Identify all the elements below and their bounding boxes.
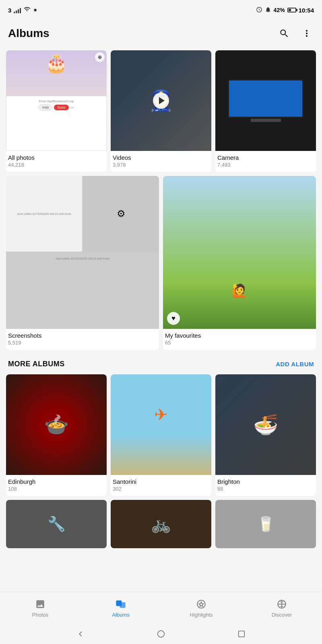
album-thumb-all-photos: From lilyofthedessert.top Visit Save ···… xyxy=(6,50,107,151)
album-item-partial-1[interactable]: 🔧 xyxy=(6,500,107,548)
nav-item-highlights[interactable]: Highlights xyxy=(161,595,242,621)
highlights-nav-label: Highlights xyxy=(190,612,213,618)
album-info-all-photos: All photos 44,218 xyxy=(6,151,107,172)
photos-nav-icon xyxy=(35,599,46,610)
wifi-icon xyxy=(23,6,31,14)
album-count: 65 xyxy=(165,340,314,346)
albums-nav-label: Albums xyxy=(112,612,129,618)
album-thumb-favourites: 🙋 ♥ xyxy=(163,176,316,329)
alarm-icon xyxy=(256,6,262,14)
battery-icon xyxy=(287,8,296,12)
more-albums-title: MORE ALBUMS xyxy=(8,360,65,368)
status-bar: 3 ✴ 42% 10:54 xyxy=(0,0,322,20)
crosshatch-icon: ✴ xyxy=(33,7,37,13)
album-name: Camera xyxy=(217,154,314,161)
album-info-camera: Camera 7,493 xyxy=(215,151,316,172)
album-item-brighton[interactable]: Brighton 88 xyxy=(215,374,316,496)
home-button[interactable] xyxy=(155,628,167,640)
page-title: Albums xyxy=(8,27,50,40)
more-albums-grid: Edinburgh 108 Santorini 302 Brighton 88 xyxy=(0,374,322,496)
album-item-camera[interactable]: Camera 7,493 xyxy=(215,50,316,172)
carrier-label: 3 xyxy=(8,7,11,14)
heart-badge: ♥ xyxy=(167,312,180,325)
camera-thumb-visual xyxy=(215,50,316,151)
album-name: Videos xyxy=(113,154,209,161)
status-left: 3 ✴ xyxy=(8,6,37,14)
album-item-partial-2[interactable]: 🚲 xyxy=(111,500,211,548)
album-count: 108 xyxy=(8,486,105,492)
album-info-videos: Videos 3,978 xyxy=(111,151,211,172)
album-item-edinburgh[interactable]: Edinburgh 108 xyxy=(6,374,107,496)
album-count: 5,519 xyxy=(8,340,157,346)
album-name: Brighton xyxy=(217,478,314,485)
gesture-bar xyxy=(0,624,322,644)
album-thumb-camera xyxy=(215,50,316,151)
album-item-santorini[interactable]: Santorini 302 xyxy=(111,374,211,496)
album-name: Edinburgh xyxy=(8,478,105,485)
album-info-edinburgh: Edinburgh 108 xyxy=(6,475,107,496)
content-area: From lilyofthedessert.top Visit Save ···… xyxy=(0,46,322,601)
signal-bars xyxy=(14,7,21,13)
svg-rect-7 xyxy=(239,631,245,637)
album-thumb-santorini xyxy=(111,374,211,475)
more-albums-row2: 🔧 🚲 🥛 xyxy=(0,496,322,548)
discover-nav-icon xyxy=(276,599,287,610)
album-count: 44,218 xyxy=(8,162,105,168)
album-info-favourites: My favourites 65 xyxy=(163,329,316,350)
main-albums-grid: From lilyofthedessert.top Visit Save ···… xyxy=(6,50,316,172)
album-thumb-videos: 👮 xyxy=(111,50,211,151)
album-name: All photos xyxy=(8,154,105,161)
album-count: 3,978 xyxy=(113,162,209,168)
album-item-partial-3[interactable]: 🥛 xyxy=(215,500,316,548)
album-info-santorini: Santorini 302 xyxy=(111,475,211,496)
album-item-videos[interactable]: 👮 Videos 3,978 xyxy=(111,50,211,172)
search-button[interactable] xyxy=(277,26,291,41)
album-name: Screenshots xyxy=(8,332,157,339)
back-button[interactable] xyxy=(74,628,87,640)
albums-nav-icon xyxy=(115,599,126,610)
nav-item-albums[interactable]: Albums xyxy=(80,595,161,621)
album-count: 88 xyxy=(217,486,314,492)
album-thumb-brighton xyxy=(215,374,316,475)
main-albums-section: From lilyofthedessert.top Visit Save ···… xyxy=(0,46,322,350)
album-thumb-edinburgh xyxy=(6,374,107,475)
app-bar-actions xyxy=(277,26,314,41)
svg-rect-1 xyxy=(120,602,126,608)
status-right: 42% 10:54 xyxy=(256,6,314,14)
time-label: 10:54 xyxy=(299,7,314,14)
discover-nav-label: Discover xyxy=(272,612,292,618)
nav-item-photos[interactable]: Photos xyxy=(0,595,80,621)
more-albums-header: MORE ALBUMS ADD ALBUM xyxy=(0,350,322,374)
album-count: 302 xyxy=(113,486,209,492)
photos-nav-label: Photos xyxy=(32,612,48,618)
svg-point-6 xyxy=(158,631,165,638)
battery-label: 42% xyxy=(274,7,285,13)
bell-icon xyxy=(265,6,271,14)
album-info-screenshots: Screenshots 5,519 xyxy=(6,329,159,350)
album-info-brighton: Brighton 88 xyxy=(215,475,316,496)
add-album-button[interactable]: ADD ALBUM xyxy=(276,361,314,367)
album-item-all-photos[interactable]: From lilyofthedessert.top Visit Save ···… xyxy=(6,50,107,172)
play-icon xyxy=(153,93,169,109)
album-name: My favourites xyxy=(165,332,314,339)
second-row-albums: short shifter EXTENSION 30X15 shift Knob… xyxy=(6,176,316,350)
highlights-nav-icon xyxy=(196,599,207,610)
album-item-screenshots[interactable]: short shifter EXTENSION 30X15 shift Knob… xyxy=(6,176,159,350)
album-item-favourites[interactable]: 🙋 ♥ My favourites 65 xyxy=(163,176,316,350)
album-count: 7,493 xyxy=(217,162,314,168)
album-name: Santorini xyxy=(113,478,209,485)
recents-button[interactable] xyxy=(235,628,248,640)
album-thumb-screenshots: short shifter EXTENSION 30X15 shift Knob… xyxy=(6,176,159,329)
more-options-button[interactable] xyxy=(299,26,314,41)
bottom-nav: Photos Albums Highlights xyxy=(0,592,322,624)
nav-item-discover[interactable]: Discover xyxy=(242,595,322,621)
app-bar: Albums xyxy=(0,20,322,46)
